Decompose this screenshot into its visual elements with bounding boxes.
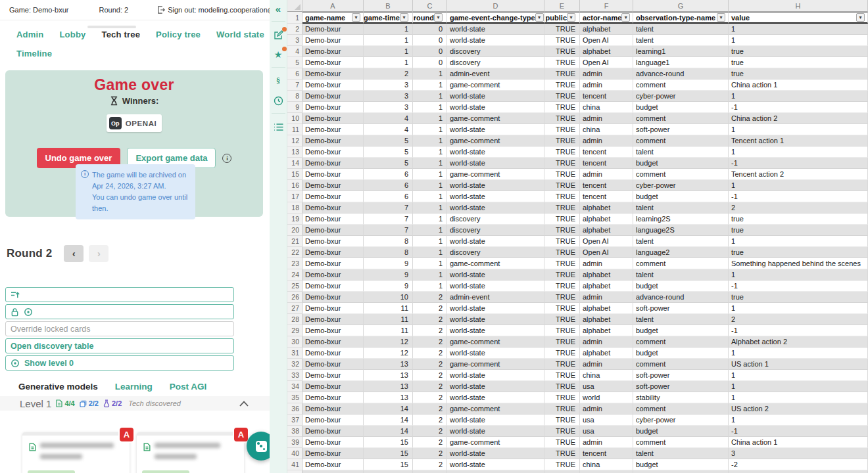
row-number[interactable]: 37 <box>287 415 302 426</box>
cell[interactable]: soft-power <box>633 381 729 392</box>
cell[interactable]: alphabet <box>580 314 633 325</box>
row-number[interactable]: 18 <box>287 202 302 214</box>
cell[interactable]: 2 <box>413 314 447 325</box>
row-number[interactable]: 39 <box>287 437 302 448</box>
cell[interactable]: 7 <box>364 214 413 225</box>
collapse-sidebar-icon[interactable]: « <box>272 2 285 15</box>
cell[interactable]: Demo-bxur <box>302 79 364 91</box>
scroll-to-top-button[interactable] <box>5 287 234 302</box>
row-number[interactable]: 20 <box>287 225 302 236</box>
cell[interactable]: 5 <box>364 158 413 169</box>
cell[interactable]: US action 2 <box>729 403 868 415</box>
filter-dropdown-icon[interactable]: ▾ <box>856 13 865 22</box>
cell[interactable]: world-state <box>447 269 544 281</box>
cell[interactable]: Demo-bxur <box>302 225 364 236</box>
cell[interactable]: Demo-bxur <box>302 258 364 269</box>
cell[interactable]: Demo-bxur <box>302 459 364 470</box>
tab-lobby[interactable]: Lobby <box>59 30 85 39</box>
cell[interactable]: 2 <box>729 314 868 325</box>
cell[interactable]: comment <box>633 258 729 269</box>
cell[interactable]: discovery <box>447 225 544 236</box>
row-number[interactable]: 29 <box>287 325 302 336</box>
cell[interactable]: advance-round <box>633 68 729 79</box>
list-icon[interactable] <box>272 120 285 133</box>
cell[interactable]: TRUE <box>544 68 580 79</box>
cell[interactable]: admin-event <box>447 292 544 303</box>
cell[interactable]: 2 <box>413 459 447 470</box>
cell[interactable]: TRUE <box>544 292 580 303</box>
collapse-level-button[interactable] <box>239 401 249 407</box>
cell[interactable]: 2 <box>413 415 447 426</box>
cell[interactable]: TRUE <box>544 214 580 225</box>
previous-round-button[interactable]: ‹ <box>64 245 84 262</box>
cell[interactable]: TRUE <box>544 225 580 236</box>
row-number[interactable]: 19 <box>287 214 302 225</box>
row-number[interactable]: 11 <box>287 124 302 135</box>
cell[interactable]: world-state <box>447 470 544 473</box>
filter-dropdown-icon[interactable]: ▾ <box>717 13 725 22</box>
cell[interactable]: tencent <box>580 448 633 459</box>
cell[interactable]: admin <box>580 113 633 124</box>
cell[interactable]: china <box>580 370 633 381</box>
cell[interactable]: Demo-bxur <box>302 146 364 158</box>
cell[interactable]: 1 <box>729 180 868 191</box>
cell[interactable]: language2S <box>633 225 729 236</box>
cell[interactable]: Demo-bxur <box>302 269 364 281</box>
cell[interactable]: language1 <box>633 57 729 68</box>
cell[interactable]: 1 <box>413 124 447 135</box>
cell[interactable]: 3 <box>729 448 868 459</box>
cell[interactable]: TRUE <box>544 269 580 281</box>
column-header-D[interactable]: D <box>447 0 544 12</box>
header-cell[interactable]: public▾ <box>544 12 580 24</box>
cell[interactable]: 15 <box>364 448 413 459</box>
cell[interactable]: admin <box>580 135 633 146</box>
cell[interactable]: admin <box>580 79 633 91</box>
cell[interactable]: world-state <box>447 236 544 247</box>
cell[interactable]: 2 <box>413 403 447 415</box>
cell[interactable]: Demo-bxur <box>302 303 364 314</box>
cell[interactable]: TRUE <box>544 24 580 35</box>
cell[interactable]: TRUE <box>544 437 580 448</box>
cell[interactable]: admin <box>580 437 633 448</box>
cell[interactable]: 1 <box>364 46 413 57</box>
cell[interactable]: usa <box>580 381 633 392</box>
cell[interactable]: comment <box>633 113 729 124</box>
cell[interactable]: -1 <box>729 281 868 292</box>
cell[interactable]: true <box>729 214 868 225</box>
cell[interactable]: 1 <box>729 303 868 314</box>
cell[interactable]: world-state <box>447 325 544 336</box>
cell[interactable]: 1 <box>729 269 868 281</box>
column-header-A[interactable]: A <box>302 0 364 12</box>
cell[interactable]: 8 <box>364 236 413 247</box>
row-number[interactable]: 21 <box>287 236 302 247</box>
cell[interactable]: 1 <box>729 91 868 102</box>
cell[interactable]: Demo-bxur <box>302 24 364 35</box>
cell[interactable]: Demo-bxur <box>302 214 364 225</box>
cell[interactable]: 2 <box>413 448 447 459</box>
filter-dropdown-icon[interactable]: ▾ <box>567 13 575 22</box>
cell[interactable]: Demo-bxur <box>302 415 364 426</box>
cell[interactable]: soft-power <box>633 370 729 381</box>
cell[interactable]: 1 <box>729 348 868 359</box>
cell[interactable]: game-comment <box>447 403 544 415</box>
cell[interactable]: -1 <box>729 426 868 437</box>
cell[interactable]: 14 <box>364 403 413 415</box>
cell[interactable]: comment <box>633 79 729 91</box>
cell[interactable]: Demo-bxur <box>302 135 364 146</box>
row-number[interactable]: 23 <box>287 258 302 269</box>
cell[interactable]: tencent <box>580 470 633 473</box>
cell[interactable]: china <box>580 459 633 470</box>
row-number[interactable]: 35 <box>287 392 302 403</box>
cell[interactable]: Demo-bxur <box>302 180 364 191</box>
edit-icon[interactable] <box>272 28 285 41</box>
cell[interactable]: Demo-bxur <box>302 348 364 359</box>
cell[interactable]: Tencent action 1 <box>729 135 868 146</box>
cell[interactable]: 1 <box>413 281 447 292</box>
cell[interactable]: world-state <box>447 314 544 325</box>
cell[interactable]: 4 <box>364 113 413 124</box>
cell[interactable]: TRUE <box>544 403 580 415</box>
row-number[interactable]: 40 <box>287 448 302 459</box>
cell[interactable]: comment <box>633 359 729 370</box>
cell[interactable]: Demo-bxur <box>302 281 364 292</box>
header-cell[interactable]: value▾ <box>729 12 868 24</box>
